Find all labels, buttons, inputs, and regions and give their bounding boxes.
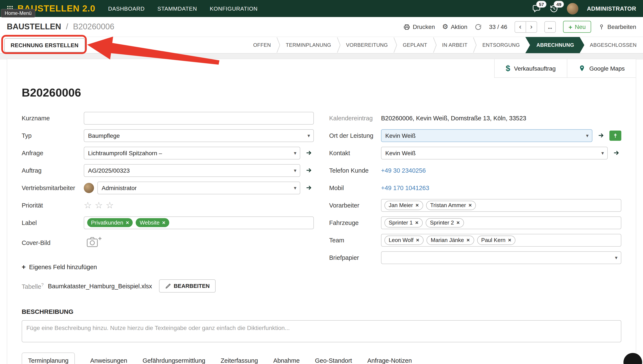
step-abrechnung-active[interactable]: ABRECHNUNG (526, 37, 584, 53)
anfrage-select[interactable]: Lichtraumprofil Spitzahorn – ▾ (84, 146, 300, 159)
mobil-label: Mobil (329, 184, 381, 191)
step-separator-icon (276, 37, 280, 53)
vorarbeiter-label: Vorarbeiter (329, 202, 381, 208)
prioritaet-label: Priorität (22, 202, 84, 208)
history-button[interactable]: 49 (550, 4, 558, 13)
description-section: BESCHREIBUNG Terminplanung Anweisungen G… (7, 308, 636, 364)
tab-geo-standort[interactable]: Geo-Standort (315, 353, 352, 364)
team-tagbox[interactable]: Leon Wolf× Marian Jänke× Paul Kern× (381, 234, 621, 246)
prev-record-button[interactable]: ‹ (514, 21, 526, 32)
typ-select[interactable]: Baumpflege ▾ (84, 129, 314, 142)
form-right-column: Kalendereintrag B20260006, Kevin Weiß, D… (329, 112, 621, 292)
kontakt-select[interactable]: Kevin Weiß ▾ (381, 146, 608, 159)
star-icon[interactable]: ☆ (95, 201, 103, 210)
breadcrumb-section[interactable]: BAUSTELLEN (7, 22, 61, 31)
open-kontakt-button[interactable] (611, 148, 621, 158)
tabelle-filename[interactable]: Baumkataster_Hamburg_Beispiel.xlsx (48, 282, 152, 289)
arrow-right-icon (305, 149, 312, 156)
edit-record-button[interactable]: Bearbeiten (598, 24, 636, 30)
star-icon[interactable]: ☆ (106, 201, 114, 210)
remove-tag-icon[interactable]: × (508, 237, 511, 243)
remove-tag-icon[interactable]: × (415, 220, 418, 226)
remove-tag-icon[interactable]: × (456, 220, 460, 226)
label-tag: Website × (136, 218, 169, 227)
nav-stammdaten[interactable]: STAMMDATEN (157, 5, 197, 12)
step-abgeschlossen[interactable]: ABGESCHLOSSEN (584, 37, 642, 53)
current-user-label[interactable]: ADMINISTRATOR (587, 5, 636, 12)
ort-extra-action-button[interactable] (610, 130, 621, 140)
home-menu-tooltip: Home-Menü (1, 9, 36, 18)
camera-plus-icon (86, 236, 102, 248)
open-auftrag-button[interactable] (304, 165, 314, 176)
tab-zeiterfassung[interactable]: Zeiterfassung (220, 353, 258, 364)
add-custom-field-button[interactable]: + Eigenes Feld hinzufügen (22, 263, 314, 271)
remove-tag-icon[interactable]: × (162, 220, 165, 226)
google-maps-button[interactable]: Google Maps (567, 59, 636, 78)
tab-abnahme[interactable]: Abnahme (273, 353, 300, 364)
vorarbeiter-tagbox[interactable]: Jan Meier× Tristan Ammer× (381, 199, 621, 212)
add-cover-image-button[interactable] (86, 236, 102, 250)
kurzname-input[interactable] (84, 112, 314, 124)
detail-tabs: Terminplanung Anweisungen Gefährdungserm… (22, 352, 621, 364)
tab-anfrage-notizen[interactable]: Anfrage-Notizen (367, 353, 412, 364)
create-invoice-button[interactable]: RECHNUNG ERSTELLEN (4, 38, 85, 52)
sales-order-button[interactable]: $ Verkaufsauftrag (494, 59, 567, 78)
pencil-icon (165, 283, 171, 289)
record-form: Kurzname Typ Baumpflege ▾ Anfrage (7, 100, 636, 292)
refresh-button[interactable] (474, 23, 482, 30)
tag-text: Sprinter 1 (389, 220, 413, 226)
next-record-button[interactable]: › (526, 21, 537, 32)
salesperson-avatar (84, 183, 94, 193)
edit-table-button[interactable]: BEARBEITEN (159, 280, 216, 292)
user-avatar[interactable] (567, 3, 578, 14)
open-ort-button[interactable] (596, 130, 606, 140)
status-pipeline-bar: RECHNUNG ERSTELLEN OFFEN TERMINPLANUNG V… (0, 37, 643, 54)
breadcrumb-separator: / (66, 22, 68, 31)
kontakt-value: Kevin Weiß (385, 150, 416, 156)
chevron-down-icon: ▾ (601, 150, 604, 156)
edit-table-label: BEARBEITEN (174, 283, 210, 289)
remove-tag-icon[interactable]: × (468, 202, 472, 208)
remove-tag-icon[interactable]: × (126, 220, 129, 226)
description-textarea[interactable] (22, 320, 621, 342)
print-button[interactable]: Drucken (403, 23, 435, 30)
mobil-link[interactable]: +49 170 1041263 (381, 184, 429, 191)
help-icon[interactable]: ? (41, 282, 44, 287)
remove-tag-icon[interactable]: × (466, 237, 470, 243)
vertriebsmitarbeiter-select[interactable]: Administrator ▾ (98, 181, 300, 194)
tab-anweisungen[interactable]: Anweisungen (90, 353, 127, 364)
label-tagbox[interactable]: Privatkunden × Website × (84, 216, 314, 229)
open-anfrage-button[interactable] (304, 148, 314, 158)
step-in-arbeit[interactable]: IN ARBEIT (436, 37, 473, 53)
step-terminplanung[interactable]: TERMINPLANUNG (280, 37, 336, 53)
open-vertriebsmitarbeiter-button[interactable] (304, 183, 314, 193)
tab-terminplanung[interactable]: Terminplanung (22, 352, 75, 364)
expand-button[interactable]: ↔ (544, 21, 556, 32)
telefon-kunde-link[interactable]: +49 30 2340256 (381, 167, 426, 174)
auftrag-label: Auftrag (22, 167, 84, 174)
remove-tag-icon[interactable]: × (416, 202, 419, 208)
ort-der-leistung-select[interactable]: Kevin Weiß ▾ (381, 129, 592, 142)
step-entsorgung[interactable]: ENTSORGUNG (477, 37, 526, 53)
star-icon[interactable]: ☆ (84, 201, 92, 210)
briefpapier-select[interactable]: ▾ (381, 251, 621, 264)
step-offen[interactable]: OFFEN (248, 37, 276, 53)
auftrag-select[interactable]: AG/2025/00323 ▾ (84, 164, 300, 177)
fahrzeuge-tagbox[interactable]: Sprinter 1× Sprinter 2× (381, 216, 621, 229)
nav-konfiguration[interactable]: KONFIGURATION (210, 5, 258, 12)
google-maps-label: Google Maps (589, 65, 625, 72)
chevron-down-icon: ▾ (308, 132, 310, 138)
messages-button[interactable]: 57 (532, 4, 541, 13)
main-nav: DASHBOARD STAMMDATEN KONFIGURATION (108, 5, 258, 12)
new-record-button[interactable]: + Neu (563, 21, 591, 33)
remove-tag-icon[interactable]: × (416, 237, 419, 243)
step-separator-icon (336, 37, 340, 53)
action-menu-button[interactable]: ⚙ Aktion (442, 24, 467, 30)
step-vorbereitung[interactable]: VORBEREITUNG (340, 37, 393, 53)
step-geplant[interactable]: GEPLANT (397, 37, 433, 53)
label-tag: Privatkunden × (87, 218, 133, 227)
tab-gefaehrdungsermittlung[interactable]: Gefährdungsermittlung (142, 353, 205, 364)
cover-bild-label: Cover-Bild (22, 240, 84, 246)
nav-dashboard[interactable]: DASHBOARD (108, 5, 144, 12)
vorarbeiter-tag: Tristan Ammer× (426, 200, 476, 210)
